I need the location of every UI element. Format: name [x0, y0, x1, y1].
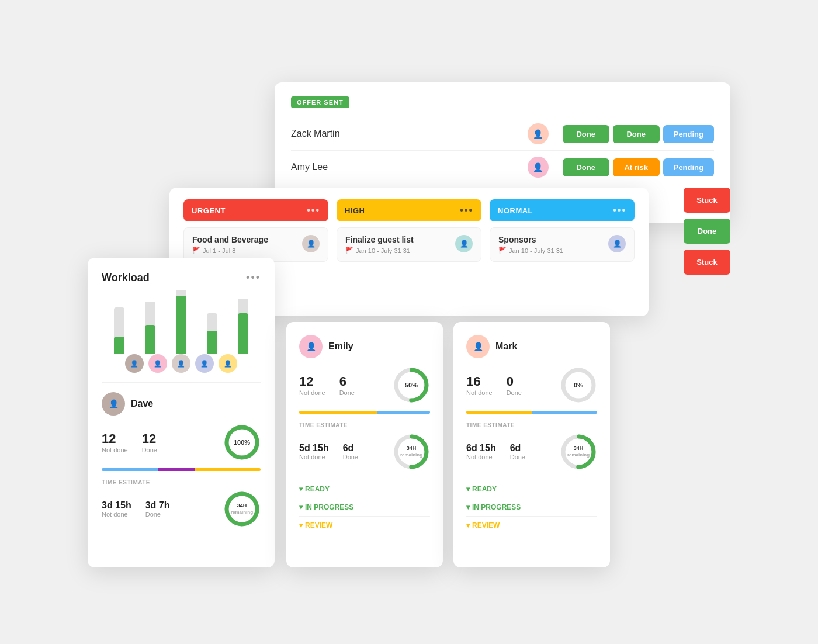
chevron-down-icon: ▾	[299, 485, 303, 493]
task-info-normal: Sponsors 🚩 Jan 10 - July 31 31	[498, 235, 563, 254]
emily-not-done: 12 Not done	[299, 374, 325, 396]
bar-4	[200, 313, 224, 354]
emily-donut: 50%	[393, 366, 430, 404]
workload-menu-icon[interactable]: •••	[246, 272, 261, 284]
kanban-header-high: HIGH •••	[337, 199, 481, 221]
emily-card: 👤 Emily 12 Not done 6 Done	[286, 322, 443, 567]
tag-amy-1[interactable]: Done	[563, 158, 609, 176]
side-tag-stuck[interactable]: Stuck	[684, 188, 730, 213]
side-tag-stuck2[interactable]: Stuck	[684, 250, 730, 275]
status-tags-zack: Done Done Pending	[563, 125, 714, 143]
dave-progress-yellow	[195, 468, 261, 471]
task-title-normal: Sponsors	[498, 235, 563, 244]
dave-name: Dave	[131, 399, 153, 409]
task-avatar-normal: 👤	[608, 235, 626, 252]
chevron-down-icon-2: ▾	[299, 503, 303, 511]
emily-review-label[interactable]: ▾ REVIEW	[299, 521, 430, 529]
kanban-task-urgent[interactable]: Food and Beverage 🚩 Jul 1 - Jul 8 👤	[183, 227, 328, 262]
mark-remaining-label: 34H remaining	[567, 445, 590, 458]
bar-fill-1	[114, 337, 124, 354]
emily-time-donut: 34H remaining	[393, 433, 430, 470]
emily-done: 6 Done	[339, 374, 355, 396]
kanban-task-high[interactable]: Finalize guest list 🚩 Jan 10 - July 31 3…	[337, 227, 481, 262]
mark-time-stats: 6d 15h Not done 6d Done	[466, 443, 525, 461]
flag-high: 🚩	[345, 247, 353, 254]
kanban-dots-high[interactable]: •••	[460, 205, 473, 216]
dave-section: 👤 Dave 12 Not done 12 Done	[102, 392, 261, 528]
kanban-label-normal: NORMAL	[498, 206, 533, 215]
task-title-urgent: Food and Beverage	[192, 235, 268, 244]
workload-bar-chart	[102, 284, 261, 354]
task-info-high: Finalize guest list 🚩 Jan 10 - July 31 3…	[345, 235, 414, 254]
kanban-task-normal[interactable]: Sponsors 🚩 Jan 10 - July 31 31 👤	[490, 227, 635, 262]
dave-time-donut: 34H remaining	[223, 490, 261, 528]
dave-progress-purple	[158, 468, 195, 471]
task-date-urgent: 🚩 Jul 1 - Jul 8	[192, 247, 268, 254]
kanban-label-high: HIGH	[345, 206, 365, 215]
tag-zack-2[interactable]: Done	[613, 125, 660, 143]
kanban-label-urgent: URGENT	[192, 206, 226, 215]
dave-progress	[102, 468, 261, 471]
tag-zack-3[interactable]: Pending	[663, 125, 714, 143]
dave-time-stats: 3d 15h Not done 3d 7h Done	[102, 500, 169, 518]
tag-zack-1[interactable]: Done	[563, 125, 609, 143]
workload-avatar-3: 👤	[172, 354, 190, 373]
emily-header: 👤 Emily	[299, 335, 430, 358]
chevron-down-icon-6: ▾	[466, 521, 470, 529]
emily-time-not-done: 5d 15h Not done	[299, 443, 329, 461]
mark-percent: 0%	[574, 382, 583, 389]
avatar-zack: 👤	[528, 123, 549, 144]
dave-percent: 100%	[234, 439, 250, 446]
emily-inprogress-label[interactable]: ▾ IN PROGRESS	[299, 503, 430, 511]
workload-header: Workload •••	[102, 272, 261, 284]
emily-time: TIME ESTIMATE 5d 15h Not done 6d Done	[299, 422, 430, 470]
avatar-amy: 👤	[528, 157, 549, 178]
dave-time-label: TIME ESTIMATE	[102, 479, 261, 486]
chevron-down-icon-3: ▾	[299, 521, 303, 529]
mark-review-label[interactable]: ▾ REVIEW	[466, 521, 597, 529]
emily-stats: 12 Not done 6 Done	[299, 374, 355, 396]
bar-5	[231, 299, 255, 354]
emily-avatar: 👤	[299, 335, 323, 358]
dave-done: 12 Done	[142, 431, 157, 453]
workload-avatar-2: 👤	[148, 354, 167, 373]
emily-name: Emily	[328, 341, 353, 352]
emily-time-label: TIME ESTIMATE	[299, 422, 430, 428]
workload-avatar-5: 👤	[219, 354, 237, 373]
mark-inprogress-label[interactable]: ▾ IN PROGRESS	[466, 503, 597, 511]
mark-time-done: 6d Done	[510, 443, 525, 461]
workload-avatars: 👤 👤 👤 👤 👤	[102, 354, 261, 373]
mark-time: TIME ESTIMATE 6d 15h Not done 6d Done	[466, 422, 597, 470]
bar-1	[108, 307, 131, 354]
mark-donut: 0%	[560, 366, 597, 404]
mark-done: 0 Done	[507, 374, 522, 396]
kanban-col-normal: NORMAL ••• Sponsors 🚩 Jan 10 - July 31 3…	[490, 199, 635, 304]
mark-progress-yellow	[466, 411, 532, 414]
bar-fill-5	[238, 313, 248, 354]
tag-amy-3[interactable]: Pending	[663, 158, 714, 176]
kanban-dots-normal[interactable]: •••	[613, 205, 626, 216]
kanban-header-urgent: URGENT •••	[183, 199, 328, 221]
task-info-urgent: Food and Beverage 🚩 Jul 1 - Jul 8	[192, 235, 268, 254]
workload-title: Workload	[102, 272, 150, 284]
kanban-dots-urgent[interactable]: •••	[307, 205, 320, 216]
bar-fill-2	[145, 325, 155, 354]
mark-ready-label[interactable]: ▾ READY	[466, 485, 597, 493]
emily-stats-row: 12 Not done 6 Done 50%	[299, 366, 430, 404]
mark-review-section: ▾ REVIEW	[466, 516, 597, 534]
status-tags-amy: Done At risk Pending	[563, 158, 714, 176]
task-date-high: 🚩 Jan 10 - July 31 31	[345, 247, 414, 254]
mark-not-done: 16 Not done	[466, 374, 493, 396]
side-tag-done[interactable]: Done	[684, 219, 730, 244]
bar-fill-4	[207, 331, 217, 354]
mark-header: 👤 Mark	[466, 335, 597, 358]
emily-ready-label[interactable]: ▾ READY	[299, 485, 430, 493]
side-status-tags: Stuck Done Stuck	[684, 188, 730, 275]
dave-time: TIME ESTIMATE 3d 15h Not done 3d 7h Done	[102, 479, 261, 528]
bar-fill-3	[176, 296, 186, 354]
mark-avatar: 👤	[466, 335, 490, 358]
emily-review-section: ▾ REVIEW	[299, 516, 430, 534]
emily-progress-blue	[377, 411, 430, 414]
tag-amy-2[interactable]: At risk	[613, 158, 660, 176]
mark-time-not-done: 6d 15h Not done	[466, 443, 496, 461]
